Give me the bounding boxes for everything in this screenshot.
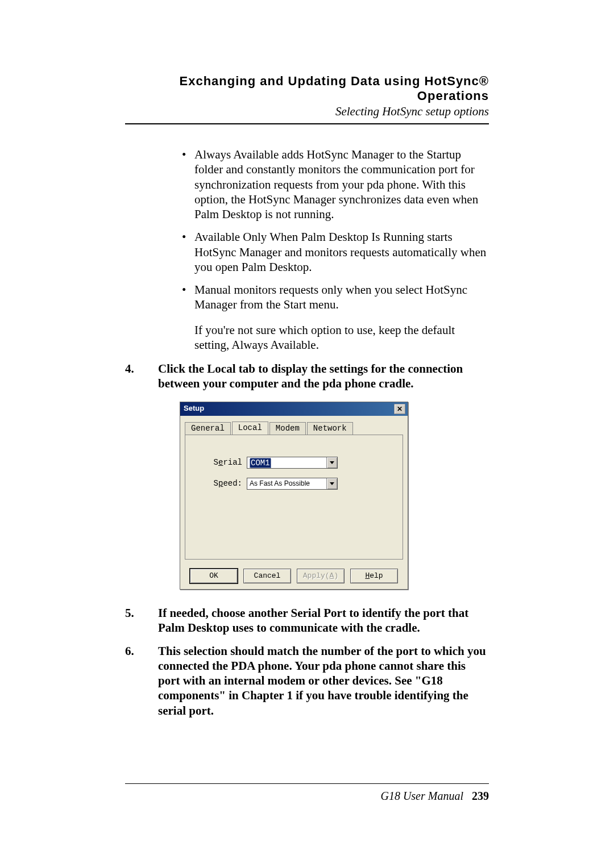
dialog-titlebar[interactable]: Setup ✕	[180, 402, 408, 416]
serial-port-combo[interactable]: COM1	[247, 457, 338, 469]
footer-text: G18 User Manual 239	[125, 790, 489, 803]
step-5: 5. If needed, choose another Serial Port…	[125, 606, 489, 636]
setup-dialog: Setup ✕ General Local Modem Network	[180, 402, 408, 590]
chevron-down-icon[interactable]	[326, 478, 337, 489]
tab-network[interactable]: Network	[307, 422, 353, 436]
dialog-title: Setup	[184, 404, 204, 413]
bullet-available-only: Available Only When Palm Desktop Is Runn…	[182, 229, 489, 274]
tab-row: General Local Modem Network	[185, 422, 403, 435]
page-number: 239	[472, 790, 489, 802]
manual-title: G18 User Manual	[380, 790, 463, 802]
tab-panel-local: Serial COM1	[185, 435, 403, 560]
speed-combo[interactable]: As Fast As Possible	[247, 478, 338, 490]
speed-label: Speed:	[197, 479, 247, 489]
footer-rule	[125, 783, 489, 784]
dialog-button-row: OK Cancel Apply(A) Help	[180, 564, 408, 589]
serial-port-value: COM1	[247, 457, 326, 468]
help-button[interactable]: Help	[350, 569, 398, 583]
serial-label: Serial	[197, 458, 247, 468]
option-bullets: Always Available adds HotSync Manager to…	[125, 147, 489, 312]
apply-button: Apply(A)	[297, 569, 345, 583]
default-setting-note: If you're not sure which option to use, …	[194, 323, 489, 353]
svg-marker-0	[330, 461, 334, 464]
step-6-number: 6.	[125, 644, 158, 718]
ok-button[interactable]: OK	[190, 569, 238, 583]
svg-marker-1	[330, 482, 334, 485]
step-5-text: If needed, choose another Serial Port to…	[158, 606, 489, 636]
cancel-button[interactable]: Cancel	[243, 569, 291, 583]
step-4: 4. Click the Local tab to display the se…	[125, 361, 489, 391]
header-rule	[125, 123, 489, 124]
bullet-manual: Manual monitors requests only when you s…	[182, 282, 489, 312]
section-subheading: Selecting HotSync setup options	[125, 105, 489, 119]
close-icon: ✕	[397, 406, 403, 412]
step-5-number: 5.	[125, 606, 158, 636]
step-4-number: 4.	[125, 361, 158, 391]
bullet-always-available: Always Available adds HotSync Manager to…	[182, 147, 489, 222]
tab-modem[interactable]: Modem	[269, 422, 306, 436]
close-button[interactable]: ✕	[394, 404, 405, 414]
tab-local[interactable]: Local	[232, 422, 268, 435]
tab-general[interactable]: General	[185, 422, 231, 436]
speed-value: As Fast As Possible	[247, 478, 326, 489]
step-6-text: This selection should match the number o…	[158, 644, 489, 718]
chevron-down-icon[interactable]	[326, 457, 337, 468]
step-4-text: Click the Local tab to display the setti…	[158, 361, 489, 391]
step-6: 6. This selection should match the numbe…	[125, 644, 489, 718]
chapter-heading: Exchanging and Updating Data using HotSy…	[125, 74, 489, 103]
